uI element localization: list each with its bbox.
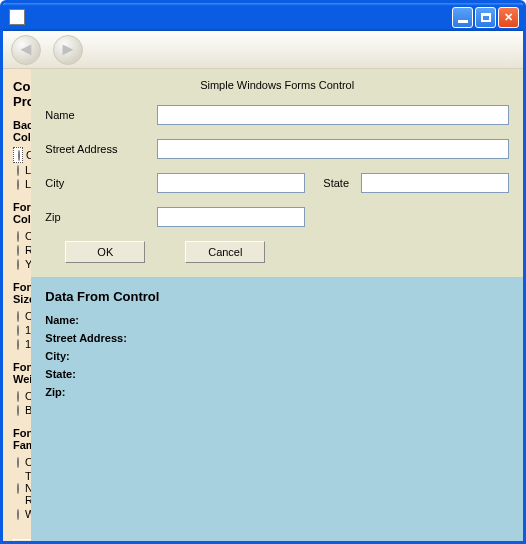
font-family-group: Original Times New Roman Wingdings [13,455,19,521]
output-zip: Zip: [45,386,509,398]
weight-option-bold[interactable]: Bold [13,403,21,417]
bg-color-label: Background Color [13,119,19,143]
font-weight-label: Font Weight [13,361,19,385]
zip-label: Zip [45,211,157,223]
street-field[interactable] [157,139,509,159]
radio-icon [17,259,19,270]
city-field[interactable] [157,173,305,193]
font-size-group: Original 10 12 [13,309,19,351]
output-city: City: [45,350,509,362]
state-label: State [323,177,349,189]
family-option-times[interactable]: Times New Roman [13,469,21,507]
radio-icon [17,179,19,190]
arrow-left-icon: ◄ [17,39,35,60]
apply-button[interactable]: Apply [13,539,31,541]
radio-icon [17,391,19,402]
radio-icon [17,231,19,242]
state-field[interactable] [361,173,509,193]
ok-button[interactable]: OK [65,241,145,263]
size-option-12[interactable]: 12 [13,337,21,351]
font-size-label: Font Size [13,281,19,305]
output-name: Name: [45,314,509,326]
control-properties-sidebar: Control Properties Background Color Orig… [3,69,31,541]
back-button[interactable]: ◄ [11,35,41,65]
radio-icon [17,405,19,416]
form-panel: Simple Windows Forms Control Name Street… [31,69,523,277]
fg-option-red[interactable]: Red [13,243,21,257]
radio-icon [17,311,19,322]
fg-color-label: Foreground Color [13,201,19,225]
cancel-button[interactable]: Cancel [185,241,265,263]
radio-icon [17,325,19,336]
bg-option-original[interactable]: Original [13,147,23,163]
output-state: State: [45,368,509,380]
font-family-label: Font Family [13,427,19,451]
window: ✕ ◄ ► Control Properties Background Colo… [0,0,526,544]
radio-icon [17,457,19,468]
radio-icon [17,509,19,520]
main-panel: Simple Windows Forms Control Name Street… [31,69,523,541]
name-label: Name [45,109,157,121]
family-option-wingdings[interactable]: Wingdings [13,507,21,521]
radio-icon [18,150,20,161]
family-option-original[interactable]: Original [13,455,21,469]
minimize-button[interactable] [452,7,473,28]
radio-icon [17,339,19,350]
street-label: Street Address [45,143,157,155]
fg-color-group: Original Red Yellow [13,229,19,271]
bg-color-group: Original LightGreen LightSalmon [13,147,19,191]
toolbar: ◄ ► [3,31,523,69]
output-street: Street Address: [45,332,509,344]
bg-option-lightgreen[interactable]: LightGreen [13,163,21,177]
radio-icon [17,245,19,256]
fg-option-yellow[interactable]: Yellow [13,257,21,271]
font-weight-group: Original Bold [13,389,19,417]
titlebar: ✕ [3,3,523,31]
bg-option-lightsalmon[interactable]: LightSalmon [13,177,21,191]
maximize-button[interactable] [475,7,496,28]
close-button[interactable]: ✕ [498,7,519,28]
size-option-original[interactable]: Original [13,309,21,323]
data-heading: Data From Control [45,289,509,304]
weight-option-original[interactable]: Original [13,389,21,403]
size-option-10[interactable]: 10 [13,323,21,337]
data-from-control-panel: Data From Control Name: Street Address: … [31,277,523,541]
app-icon [9,9,25,25]
city-label: City [45,177,157,189]
forward-button[interactable]: ► [53,35,83,65]
radio-icon [17,165,19,176]
zip-field[interactable] [157,207,305,227]
radio-icon [17,483,19,494]
fg-option-original[interactable]: Original [13,229,21,243]
name-field[interactable] [157,105,509,125]
form-title: Simple Windows Forms Control [45,79,509,91]
arrow-right-icon: ► [59,39,77,60]
sidebar-heading: Control Properties [13,79,19,109]
